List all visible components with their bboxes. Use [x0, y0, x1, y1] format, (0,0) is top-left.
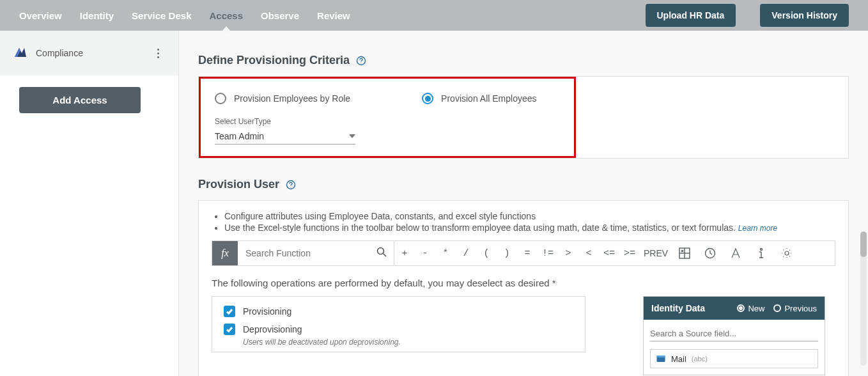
top-nav: Overview Identity Service Desk Access Ob… — [0, 0, 868, 31]
radio-label: Provision Employees by Role — [234, 93, 350, 104]
identity-item-name: Mail — [671, 354, 686, 364]
op-lt[interactable]: < — [578, 241, 599, 265]
tab-service-desk[interactable]: Service Desk — [132, 0, 191, 31]
sidebar: Compliance Add Access — [0, 31, 179, 376]
operations-box: Provisioning Deprovisioning Users will b… — [212, 296, 585, 352]
radio-icon — [737, 304, 745, 312]
radio-label: New — [748, 304, 764, 313]
identity-radio-previous[interactable]: Previous — [773, 304, 817, 313]
radio-provision-all[interactable]: Provision All Employees — [422, 93, 536, 104]
criteria-box: Provision Employees by Role Provision Al… — [198, 76, 849, 159]
op-neq[interactable]: != — [538, 241, 558, 265]
tab-review[interactable]: Review — [317, 0, 350, 31]
text-a-icon[interactable] — [723, 241, 748, 265]
op-rparen[interactable]: ) — [497, 241, 517, 265]
op-mul[interactable]: * — [435, 241, 456, 265]
checkbox-label: Provisioning — [243, 306, 291, 317]
deprovisioning-note: Users will be deactivated upon deprovisi… — [243, 338, 573, 347]
grid-icon[interactable] — [672, 241, 697, 265]
svg-point-4 — [378, 248, 384, 255]
chevron-down-icon — [349, 134, 355, 138]
provision-heading: Provision User — [198, 178, 849, 191]
svg-line-5 — [384, 254, 387, 257]
svg-point-1 — [360, 63, 361, 63]
function-search[interactable] — [238, 241, 394, 265]
usertype-value: Team Admin — [215, 131, 264, 141]
fx-icon[interactable]: fx — [212, 241, 238, 265]
tab-overview[interactable]: Overview — [19, 0, 62, 31]
search-icon — [376, 246, 387, 260]
identity-search-input[interactable] — [650, 326, 818, 341]
svg-rect-15 — [657, 356, 665, 357]
add-access-button[interactable]: Add Access — [19, 87, 141, 113]
more-menu-icon[interactable] — [150, 45, 166, 61]
usertype-label: Select UserType — [215, 117, 560, 126]
function-search-input[interactable] — [244, 247, 376, 259]
checkbox-icon — [224, 306, 235, 317]
gear-icon[interactable] — [774, 241, 800, 265]
criteria-heading-text: Define Provisioning Criteria — [198, 54, 350, 67]
help-icon[interactable] — [286, 180, 296, 190]
app-logo-icon — [13, 45, 28, 61]
svg-point-13 — [785, 251, 789, 255]
svg-point-3 — [290, 187, 291, 187]
radio-provision-by-role[interactable]: Provision Employees by Role — [215, 93, 350, 104]
radio-label: Previous — [784, 304, 817, 313]
checkbox-label: Deprovisioning — [243, 324, 302, 334]
identity-header: Identity Data New Previous — [644, 297, 825, 320]
identity-header-title: Identity Data — [651, 303, 728, 313]
identity-data-panel: Identity Data New Previous — [643, 296, 825, 375]
function-toolbar: fx + - * / ( ) = != > < <= >= PR — [212, 240, 835, 266]
op-minus[interactable]: - — [415, 241, 435, 265]
criteria-highlight: Provision Employees by Role Provision Al… — [199, 77, 576, 158]
identity-item-mail[interactable]: Mail (abc) — [650, 349, 818, 368]
op-lte[interactable]: <= — [599, 241, 619, 265]
op-gt[interactable]: > — [558, 241, 578, 265]
identity-item-type: (abc) — [692, 355, 708, 363]
sidebar-title: Compliance — [36, 48, 143, 58]
usertype-dropdown[interactable]: Team Admin — [215, 129, 355, 145]
clock-icon[interactable] — [697, 241, 723, 265]
version-history-button[interactable]: Version History — [760, 4, 849, 27]
provision-heading-text: Provision User — [198, 178, 279, 191]
help-icon[interactable] — [356, 56, 366, 66]
op-plus[interactable]: + — [394, 241, 415, 265]
learn-more-link[interactable]: Learn more — [738, 224, 777, 233]
op-gte[interactable]: >= — [619, 241, 640, 265]
radio-icon — [215, 93, 226, 104]
bullet-item: Use the Excel-style functions in the too… — [224, 223, 835, 233]
checkbox-provisioning[interactable]: Provisioning — [224, 306, 573, 317]
radio-icon — [422, 93, 433, 104]
svg-point-12 — [761, 249, 763, 251]
mail-icon — [656, 354, 666, 364]
op-lparen[interactable]: ( — [476, 241, 497, 265]
sidebar-header: Compliance — [0, 31, 178, 75]
tab-identity[interactable]: Identity — [80, 0, 114, 31]
identity-radio-new[interactable]: New — [737, 304, 764, 313]
op-prev[interactable]: PREV — [640, 241, 672, 265]
criteria-heading: Define Provisioning Criteria — [198, 54, 849, 67]
radio-label: Provision All Employees — [441, 93, 536, 104]
tab-observe[interactable]: Observe — [261, 0, 299, 31]
info-icon[interactable] — [748, 241, 774, 265]
operations-text: The following operations are performed b… — [212, 278, 835, 288]
checkbox-deprovisioning[interactable]: Deprovisioning — [224, 324, 573, 335]
tab-access[interactable]: Access — [209, 0, 243, 31]
provision-bullets: Configure attributes using Employee Data… — [212, 211, 835, 233]
op-eq[interactable]: = — [517, 241, 538, 265]
upload-hr-data-button[interactable]: Upload HR Data — [646, 4, 736, 27]
provision-box: Configure attributes using Employee Data… — [198, 200, 849, 376]
radio-icon — [773, 304, 781, 312]
vertical-scrollbar[interactable] — [860, 231, 867, 366]
checkbox-icon — [224, 324, 235, 335]
bullet-item: Configure attributes using Employee Data… — [224, 211, 835, 221]
op-div[interactable]: / — [456, 241, 476, 265]
main-content: Define Provisioning Criteria Provision E… — [179, 31, 868, 376]
